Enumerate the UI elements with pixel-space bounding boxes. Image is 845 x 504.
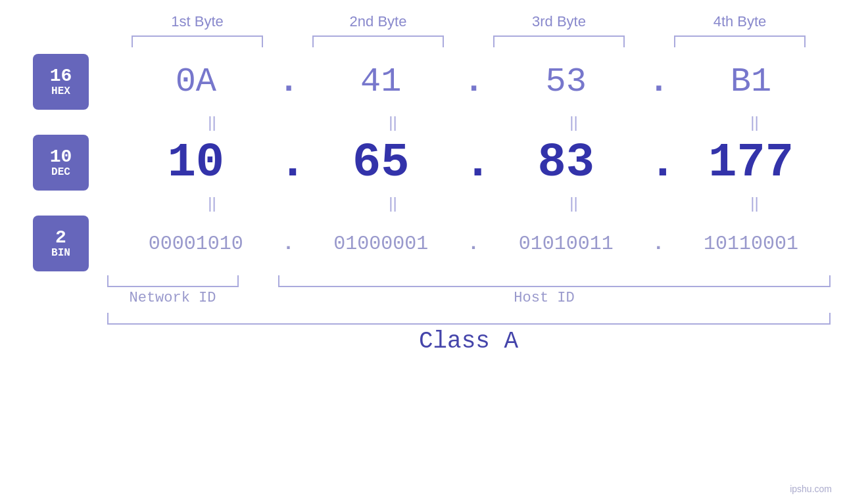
dec-badge-number: 10 [50, 148, 72, 166]
hex-b3: 53 [500, 62, 632, 101]
dec-dot1: . [279, 136, 299, 190]
eq1-b3: || [508, 113, 640, 131]
hex-b4: B1 [685, 62, 817, 101]
dec-b3: 83 [500, 136, 632, 190]
eq2-b2: || [327, 194, 459, 212]
equals-row-2: || || || || [122, 191, 845, 216]
bin-b4: 10110001 [685, 233, 817, 255]
main-container: 1st Byte 2nd Byte 3rd Byte 4th Byte 16 H… [0, 0, 845, 504]
bracket-top-3 [493, 35, 625, 47]
hex-b2: 41 [315, 62, 447, 101]
bin-dot2: . [464, 233, 483, 255]
hex-dot1: . [279, 62, 299, 101]
hex-dot3: . [648, 62, 668, 101]
host-id-label: Host ID [258, 290, 831, 306]
bin-b3: 01010011 [500, 233, 632, 255]
hex-dot2: . [464, 62, 483, 101]
class-label: Class A [419, 328, 518, 355]
bin-badge-number: 2 [55, 229, 66, 247]
bracket-gap [239, 275, 258, 287]
eq1-b4: || [689, 113, 821, 131]
bin-b1: 00001010 [130, 233, 262, 255]
dec-badge-label: DEC [51, 166, 70, 178]
bottom-brackets-row [107, 275, 831, 287]
dec-dot3: . [648, 136, 668, 190]
equals-row-1: || || || || [122, 110, 845, 135]
hex-badge: 16 HEX [33, 54, 89, 110]
dec-badge: 10 DEC [33, 135, 89, 191]
hex-b1: 0A [130, 62, 262, 101]
class-label-row: Class A [107, 328, 831, 355]
label-spacer [239, 290, 258, 306]
byte3-header: 3rd Byte [487, 13, 631, 30]
dec-values: 10 . 65 . 83 . 177 [89, 136, 845, 190]
hex-badge-number: 16 [50, 67, 72, 85]
eq1-b1: || [147, 113, 278, 131]
bin-row: 2 BIN 00001010 . 01000001 . 01010011 . 1… [0, 216, 845, 271]
host-bracket [278, 275, 831, 287]
dec-dot2: . [464, 136, 483, 190]
byte-headers: 1st Byte 2nd Byte 3rd Byte 4th Byte [107, 13, 831, 30]
eq1-b2: || [327, 113, 459, 131]
dec-b2: 65 [315, 136, 447, 190]
bin-values: 00001010 . 01000001 . 01010011 . 1011000… [89, 233, 845, 255]
dec-row: 10 DEC 10 . 65 . 83 . 177 [0, 135, 845, 191]
eq2-b3: || [508, 194, 640, 212]
top-brackets [107, 35, 831, 47]
bin-dot1: . [279, 233, 299, 255]
class-bracket-row [107, 313, 831, 325]
class-bracket [107, 313, 831, 325]
id-labels: Network ID Host ID [107, 290, 831, 306]
bin-b2: 01000001 [315, 233, 447, 255]
hex-badge-label: HEX [51, 85, 70, 97]
hex-row: 16 HEX 0A . 41 . 53 . B1 [0, 54, 845, 110]
dec-b4: 177 [685, 136, 817, 190]
hex-values: 0A . 41 . 53 . B1 [89, 62, 845, 101]
bin-dot3: . [648, 233, 668, 255]
bracket-top-1 [132, 35, 263, 47]
eq2-b1: || [147, 194, 278, 212]
byte4-header: 4th Byte [667, 13, 812, 30]
network-bracket [107, 275, 239, 287]
bracket-top-4 [674, 35, 806, 47]
bin-badge: 2 BIN [33, 216, 89, 271]
byte2-header: 2nd Byte [306, 13, 450, 30]
dec-b1: 10 [130, 136, 262, 190]
watermark: ipshu.com [790, 484, 832, 494]
network-id-label: Network ID [107, 290, 239, 306]
bin-badge-label: BIN [51, 247, 70, 259]
byte1-header: 1st Byte [125, 13, 270, 30]
eq2-b4: || [689, 194, 821, 212]
bracket-top-2 [312, 35, 444, 47]
